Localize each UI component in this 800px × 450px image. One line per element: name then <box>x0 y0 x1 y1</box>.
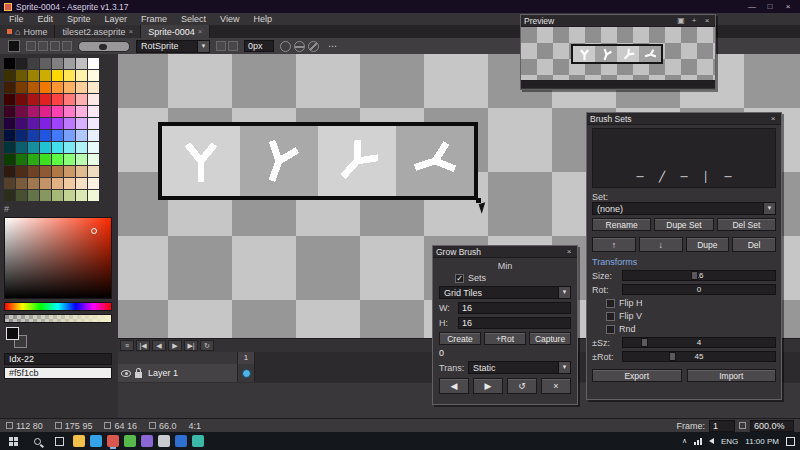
menu-item[interactable]: Frame <box>134 14 174 24</box>
palette-swatch[interactable] <box>28 118 39 129</box>
tab-close-icon[interactable]: × <box>129 27 134 36</box>
slider-handle[interactable] <box>691 271 698 280</box>
palette-swatch[interactable] <box>4 130 15 141</box>
palette-swatch[interactable] <box>88 190 99 201</box>
selection-add-icon[interactable] <box>38 41 48 51</box>
palette-swatch[interactable] <box>4 142 15 153</box>
palette-swatch[interactable] <box>28 154 39 165</box>
tab-tileset2[interactable]: tileset2.aseprite × <box>55 25 141 38</box>
palette-swatch[interactable] <box>52 94 63 105</box>
palette-swatch[interactable] <box>4 70 15 81</box>
palette-swatch[interactable] <box>52 154 63 165</box>
tab-home[interactable]: ⌂ Home <box>0 25 55 38</box>
layer-row[interactable]: Layer 1 <box>118 364 238 382</box>
layer-name[interactable]: Layer 1 <box>148 368 178 378</box>
delta-rot-slider[interactable]: 45 <box>622 351 776 362</box>
chevron-down-icon[interactable]: ▼ <box>558 362 570 373</box>
minimize-button[interactable]: — <box>744 2 760 11</box>
palette-swatch[interactable] <box>88 118 99 129</box>
flip-h-checkbox[interactable] <box>606 299 615 308</box>
dupe-set-button[interactable]: Dupe Set <box>654 218 713 231</box>
task-view-button[interactable] <box>48 432 70 450</box>
brush-thumbnail[interactable]: │ <box>701 171 711 182</box>
palette-swatch[interactable] <box>4 106 15 117</box>
palette-swatch[interactable] <box>64 130 75 141</box>
palette-swatch[interactable] <box>40 166 51 177</box>
language-indicator[interactable]: ENG <box>721 437 738 446</box>
prev-button[interactable]: ◀ <box>439 378 469 394</box>
stop-button[interactable]: × <box>541 378 571 394</box>
sprite-tile[interactable] <box>240 126 318 196</box>
palette-swatch[interactable] <box>28 82 39 93</box>
grid-tiles-dropdown[interactable]: Grid Tiles ▼ <box>439 286 571 299</box>
palette-swatch[interactable] <box>64 94 75 105</box>
tray-chevron-icon[interactable]: ∧ <box>682 437 687 445</box>
palette-swatch[interactable] <box>52 178 63 189</box>
symmetry-both-icon[interactable] <box>308 41 319 52</box>
palette-swatch[interactable] <box>4 82 15 93</box>
preview-title-bar[interactable]: Preview ▣ + × <box>521 15 715 27</box>
palette-swatch[interactable] <box>28 190 39 201</box>
palette-swatch[interactable] <box>88 178 99 189</box>
palette-swatch[interactable] <box>4 94 15 105</box>
palette-swatch[interactable] <box>76 154 87 165</box>
dock-icon[interactable]: ▣ <box>676 16 686 25</box>
chevron-down-icon[interactable]: ▼ <box>763 203 775 214</box>
timeline-control-button[interactable]: ▶ <box>168 340 182 351</box>
palette-swatch[interactable] <box>88 58 99 69</box>
menu-item[interactable]: File <box>2 14 31 24</box>
timeline-control-button[interactable]: ≡ <box>120 340 134 351</box>
import-button[interactable]: Import <box>687 369 777 382</box>
symmetry-vertical-icon[interactable] <box>294 41 305 52</box>
transform-handle[interactable] <box>476 198 481 203</box>
px-field[interactable]: 0px <box>244 40 274 52</box>
palette-swatch[interactable] <box>16 94 27 105</box>
palette-swatch[interactable] <box>28 94 39 105</box>
brush-sets-title-bar[interactable]: Brush Sets × <box>587 113 781 125</box>
palette-swatch[interactable] <box>28 166 39 177</box>
palette-swatch[interactable] <box>40 106 51 117</box>
palette-swatch[interactable] <box>52 106 63 117</box>
palette-swatch[interactable] <box>16 130 27 141</box>
network-icon[interactable] <box>694 438 702 445</box>
palette-swatch[interactable] <box>76 130 87 141</box>
palette-swatch[interactable] <box>88 70 99 81</box>
action-center-icon[interactable] <box>786 437 795 446</box>
palette-swatch[interactable] <box>76 118 87 129</box>
brush-thumbnail[interactable]: ─ <box>635 171 645 182</box>
timeline-control-button[interactable]: ↻ <box>200 340 214 351</box>
palette-swatch[interactable] <box>28 58 39 69</box>
chevron-down-icon[interactable]: ▼ <box>558 287 570 298</box>
create-button[interactable]: Create <box>439 332 481 345</box>
palette-swatch[interactable] <box>28 142 39 153</box>
taskbar-app-folder[interactable] <box>73 435 85 447</box>
palette-swatch[interactable] <box>16 142 27 153</box>
palette-swatch[interactable] <box>64 118 75 129</box>
menu-item[interactable]: Layer <box>98 14 135 24</box>
palette-swatch[interactable] <box>52 58 63 69</box>
palette-swatch[interactable] <box>16 166 27 177</box>
frame-header-cell[interactable]: 1 <box>238 352 255 364</box>
plus-rot-button[interactable]: +Rot <box>484 332 526 345</box>
palette-swatch[interactable] <box>88 130 99 141</box>
palette-swatch[interactable] <box>64 82 75 93</box>
palette-swatch[interactable] <box>28 70 39 81</box>
brush-thumbnail[interactable]: ─ <box>679 171 689 182</box>
close-button[interactable]: × <box>780 2 796 11</box>
palette-swatch[interactable] <box>76 58 87 69</box>
play-button[interactable]: ▶ <box>473 378 503 394</box>
palette-swatch[interactable] <box>4 58 15 69</box>
brush-thumbnail[interactable]: ╱ <box>657 171 667 182</box>
palette-swatch[interactable] <box>76 94 87 105</box>
symmetry-horizontal-icon[interactable] <box>280 41 291 52</box>
taskbar-app-aseprite[interactable] <box>107 435 119 447</box>
color-hex-field[interactable]: #f5f1cb <box>4 367 112 379</box>
slider-handle[interactable] <box>669 352 676 361</box>
height-field[interactable]: 16 <box>458 317 571 329</box>
cel-cell[interactable] <box>238 364 255 382</box>
taskbar-app-edge[interactable] <box>90 435 102 447</box>
slider-handle[interactable] <box>641 338 648 347</box>
frame-field[interactable]: 1 <box>709 420 735 432</box>
width-field[interactable]: 16 <box>458 302 571 314</box>
palette-swatch[interactable] <box>76 178 87 189</box>
